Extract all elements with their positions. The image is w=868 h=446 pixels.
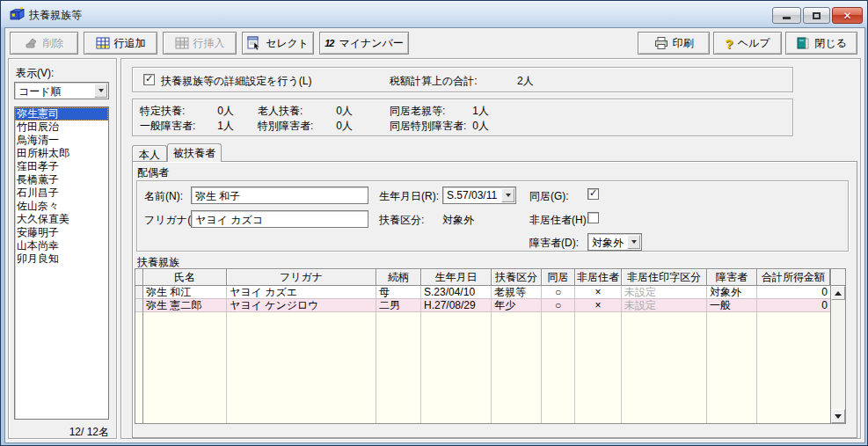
spouse-name-input[interactable]: 弥生 和子 bbox=[191, 186, 368, 204]
print-button[interactable]: 印刷 bbox=[638, 32, 710, 55]
maximize-button[interactable] bbox=[803, 7, 830, 24]
table-row[interactable]: 弥生 和江 ヤヨイ カズエ 母 S.23/04/10 老親等 ○ × 未設定 対… bbox=[135, 286, 830, 299]
column-header: 生年月日 bbox=[421, 269, 492, 286]
spouse-disability-label: 障害者(D): bbox=[529, 236, 579, 251]
summary-value: 0人 bbox=[300, 104, 353, 119]
cell-kana[interactable]: ヤヨイ ケンジロウ bbox=[227, 299, 376, 312]
arrow-up-icon bbox=[835, 291, 842, 296]
arrow-down-icon bbox=[835, 414, 842, 419]
column-header: 扶養区分 bbox=[492, 269, 542, 286]
chevron-down-icon[interactable] bbox=[501, 188, 514, 202]
list-item-employee[interactable]: 石川昌子 bbox=[15, 186, 108, 200]
cell-living[interactable]: ○ bbox=[542, 299, 575, 312]
spouse-birth-combobox[interactable]: S.57/03/11 bbox=[442, 186, 516, 204]
detail-settings-checkbox[interactable] bbox=[143, 74, 155, 85]
minimize-button[interactable] bbox=[772, 7, 801, 24]
spouse-section-label: 配偶者 bbox=[137, 165, 169, 180]
list-item-employee[interactable]: 窪田孝子 bbox=[15, 160, 108, 173]
insert-row-button: 行挿入 bbox=[163, 32, 237, 55]
cell-relation[interactable]: 二男 bbox=[376, 299, 421, 312]
mynumber-button[interactable]: 12 マイナンバー bbox=[319, 32, 409, 55]
sidebar-panel: 表示(V): コード順 弥生憲司 竹田辰治 鳥海清一 田所耕太郎 窪田孝子 長橋… bbox=[8, 58, 117, 439]
cell-class[interactable]: 老親等 bbox=[492, 286, 542, 299]
scroll-down-button[interactable] bbox=[831, 409, 845, 423]
spouse-class-value: 対象外 bbox=[442, 213, 474, 228]
cell-income[interactable]: 0 bbox=[757, 299, 830, 312]
list-item-employee[interactable]: 安藤明子 bbox=[15, 226, 108, 239]
spouse-nonresident-checkbox[interactable] bbox=[587, 212, 599, 223]
list-item-employee[interactable]: 山本尚幸 bbox=[15, 239, 108, 252]
chevron-down-icon[interactable] bbox=[627, 235, 640, 249]
cell-print-class[interactable]: 未設定 bbox=[622, 299, 707, 312]
tab-hifuyousha[interactable]: 被扶養者 bbox=[167, 143, 222, 162]
dependents-dialog: 扶養親族等 ✕ 削除 行追加 行挿入 セレクト 12 マイナンバー 印刷 ? ヘ… bbox=[0, 0, 868, 446]
app-icon bbox=[10, 6, 25, 21]
add-row-icon bbox=[96, 36, 110, 50]
column-header: 非居住者 bbox=[575, 269, 622, 286]
cell-disability[interactable]: 一般 bbox=[707, 299, 757, 312]
cell-relation[interactable]: 母 bbox=[376, 286, 421, 299]
cell-living[interactable]: ○ bbox=[542, 286, 575, 299]
cell-nonresident[interactable]: × bbox=[575, 299, 622, 312]
column-header: 障害者 bbox=[707, 269, 757, 286]
table-row[interactable]: 弥生 憲二郎 ヤヨイ ケンジロウ 二男 H.27/08/29 年少 ○ × 未設… bbox=[135, 299, 830, 312]
column-header: 同居 bbox=[542, 269, 575, 286]
spouse-living-checkbox[interactable] bbox=[587, 188, 599, 200]
sort-order-combobox[interactable]: コード順 bbox=[14, 82, 109, 99]
cell-kana[interactable]: ヤヨイ カズエ bbox=[227, 286, 376, 299]
sort-order-value: コード順 bbox=[18, 84, 62, 99]
table-header-row: 氏名 フリガナ 続柄 生年月日 扶養区分 同居 非居住者 非居住印字区分 障害者… bbox=[135, 269, 830, 286]
cell-name[interactable]: 弥生 憲二郎 bbox=[143, 299, 227, 312]
employee-listbox[interactable]: 弥生憲司 竹田辰治 鳥海清一 田所耕太郎 窪田孝子 長橋薫子 石川昌子 佐山奈々… bbox=[14, 106, 109, 420]
scrollbar-header-stub bbox=[831, 269, 845, 286]
close-icon: ✕ bbox=[842, 10, 851, 22]
tab-honnin[interactable]: 本人 bbox=[132, 145, 167, 161]
row-selector[interactable] bbox=[135, 299, 143, 312]
list-item-employee[interactable]: 竹田辰治 bbox=[15, 121, 108, 134]
close-book-icon bbox=[796, 36, 810, 50]
main-panel: 扶養親族等の詳細設定を行う(L) 税額計算上の合計: 2人 特定扶養: 0人 老… bbox=[120, 58, 861, 439]
cell-print-class[interactable]: 未設定 bbox=[622, 286, 707, 299]
cell-nonresident[interactable]: × bbox=[575, 286, 622, 299]
delete-button: 削除 bbox=[10, 32, 78, 55]
cell-income[interactable]: 0 bbox=[757, 286, 830, 299]
select-icon bbox=[247, 36, 261, 50]
cell-birthdate[interactable]: H.27/08/29 bbox=[421, 299, 492, 312]
close-window-button[interactable]: ✕ bbox=[832, 7, 863, 24]
list-item-employee[interactable]: 卯月良知 bbox=[15, 252, 108, 266]
summary-value: 0人 bbox=[300, 119, 353, 134]
close-dialog-button[interactable]: 閉じる bbox=[785, 32, 857, 55]
cell-birthdate[interactable]: S.23/04/10 bbox=[421, 286, 492, 299]
spouse-disability-combobox[interactable]: 対象外 bbox=[587, 233, 642, 251]
list-item-employee[interactable]: 弥生憲司 bbox=[15, 107, 108, 121]
chevron-down-icon[interactable] bbox=[94, 84, 107, 98]
table-vertical-scrollbar[interactable] bbox=[830, 269, 845, 423]
help-button[interactable]: ? ヘルプ bbox=[713, 32, 782, 55]
row-selector-header bbox=[135, 269, 143, 286]
select-button[interactable]: セレクト bbox=[242, 32, 314, 55]
list-item-employee[interactable]: 大久保直美 bbox=[15, 213, 108, 226]
list-item-employee[interactable]: 田所耕太郎 bbox=[15, 147, 108, 160]
summary-label: 特定扶養: bbox=[140, 104, 185, 119]
list-item-employee[interactable]: 佐山奈々 bbox=[15, 200, 108, 213]
list-item-employee[interactable]: 鳥海清一 bbox=[15, 134, 108, 147]
tax-total-value: 2人 bbox=[517, 74, 534, 89]
cell-name[interactable]: 弥生 和江 bbox=[143, 286, 227, 299]
scrollbar-track[interactable] bbox=[831, 300, 845, 409]
cell-class[interactable]: 年少 bbox=[492, 299, 542, 312]
list-item-employee[interactable]: 長橋薫子 bbox=[15, 173, 108, 186]
summary-label: 老人扶養: bbox=[258, 104, 303, 119]
spouse-living-label: 同居(G): bbox=[529, 189, 569, 204]
add-row-button[interactable]: 行追加 bbox=[84, 32, 157, 55]
mynumber-icon: 12 bbox=[325, 38, 333, 48]
scroll-up-button[interactable] bbox=[831, 286, 845, 300]
display-label: 表示(V): bbox=[16, 66, 54, 81]
spouse-kana-input[interactable]: ヤヨイ カズコ bbox=[191, 210, 368, 228]
row-selector[interactable] bbox=[135, 286, 143, 299]
dependents-table: 氏名 フリガナ 続柄 生年月日 扶養区分 同居 非居住者 非居住印字区分 障害者… bbox=[135, 268, 846, 424]
dependents-tab-page: 配偶者 名前(N): 弥生 和子 生年月日(R): S.57/03/11 同居(… bbox=[132, 161, 857, 438]
title-bar: 扶養親族等 ✕ bbox=[1, 1, 867, 27]
cell-disability[interactable]: 対象外 bbox=[707, 286, 757, 299]
summary-value: 0人 bbox=[181, 104, 234, 119]
summary-value: 1人 bbox=[436, 104, 489, 119]
